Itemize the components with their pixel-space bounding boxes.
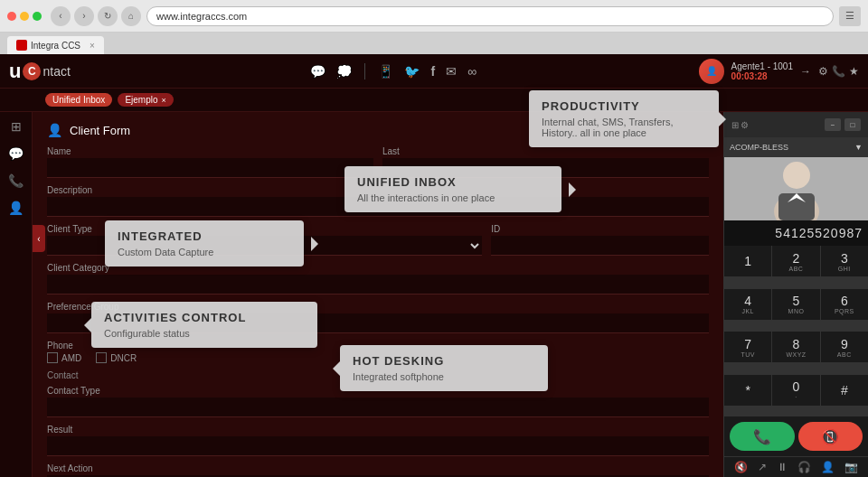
nav-separator [364, 63, 365, 80]
maximize-dot[interactable] [33, 12, 42, 21]
address-bar[interactable]: www.integraccs.com [146, 6, 834, 26]
chat-icon[interactable]: 💬 [310, 64, 326, 79]
last-label: Last [382, 146, 709, 156]
tooltip-activities: ACTIVITIES CONTROL Configurable status [91, 302, 317, 348]
mobile-icon[interactable]: 📱 [378, 64, 393, 79]
dial-key-1[interactable]: 1 [724, 246, 771, 276]
tab-close-icon[interactable]: × [162, 96, 166, 105]
tab-favicon [16, 40, 27, 51]
person-add-icon[interactable]: 👤 [821, 461, 835, 473]
forward-button[interactable]: › [74, 6, 94, 26]
dial-letters-7: TUV [741, 351, 755, 358]
hold-icon[interactable]: ⏸ [777, 461, 788, 473]
name-group: Name [47, 146, 373, 178]
dial-num-8: 8 [793, 337, 800, 351]
close-dot[interactable] [7, 12, 16, 21]
menu-button[interactable]: ☰ [839, 6, 861, 26]
dial-key-8[interactable]: 8 WXYZ [772, 332, 819, 362]
tooltip-activities-title: ACTIVITIES CONTROL [104, 311, 305, 324]
name-input[interactable] [47, 158, 373, 178]
mute-icon[interactable]: 🔇 [734, 461, 748, 473]
amd-checkbox[interactable] [47, 352, 58, 363]
dial-num-hash: # [841, 383, 848, 398]
transfer-icon[interactable]: ↗ [758, 461, 767, 473]
logo-circle: C [23, 62, 41, 80]
dial-letters-6: PQRS [835, 308, 854, 314]
dial-key-5[interactable]: 5 MNO [772, 289, 819, 320]
dial-num-7: 7 [744, 337, 751, 351]
tooltip-integrated-title: INTEGRATED [118, 229, 291, 243]
tab-close[interactable]: × [90, 41, 95, 51]
video-icon[interactable]: 📷 [844, 461, 858, 473]
refresh-button[interactable]: ↻ [98, 6, 118, 26]
dial-key-4[interactable]: 4 JKL [724, 289, 771, 320]
sidebar-phone-icon[interactable]: 📞 [8, 173, 24, 188]
twitter-icon[interactable]: 🐦 [404, 64, 420, 79]
left-sidebar: ⊞ 💬 📞 👤 [0, 112, 33, 477]
nav-icons: 💬 💭 📱 🐦 f ✉ ∞ [89, 63, 699, 80]
next-action-group: Next Action [47, 463, 709, 477]
tab-ejemplo[interactable]: Ejemplo × [118, 93, 173, 107]
minimize-dot[interactable] [20, 12, 29, 21]
dial-key-star[interactable]: * [724, 375, 771, 406]
collapse-button[interactable]: ‹ [33, 225, 45, 252]
tooltip-activities-arrow [77, 318, 91, 332]
dncr-checkbox[interactable] [96, 352, 107, 363]
settings-icon[interactable]: ⚙ [818, 65, 828, 78]
answer-button[interactable]: 📞 [730, 422, 795, 451]
tab-label: Integra CCS [31, 41, 80, 51]
dial-letters-2: ABC [789, 266, 804, 272]
dial-key-6[interactable]: 6 PQRS [821, 289, 868, 320]
star-icon[interactable]: ★ [849, 65, 859, 78]
id-label: ID [491, 224, 709, 234]
sp-settings-icon[interactable]: ⚙ [741, 120, 749, 130]
email-icon[interactable]: ✉ [446, 64, 457, 79]
browser-tab[interactable]: Integra CCS × [7, 36, 104, 54]
home-button[interactable]: ⌂ [121, 6, 141, 26]
hangup-button[interactable]: 📵 [798, 422, 863, 451]
tab-unified-inbox[interactable]: Unified Inbox [45, 93, 112, 107]
id-group: ID [491, 224, 709, 256]
arrow-icon[interactable]: → [800, 65, 811, 78]
back-button[interactable]: ‹ [51, 6, 71, 26]
logo-contact: ntact [42, 64, 70, 79]
result-input[interactable] [47, 436, 709, 456]
svg-point-1 [783, 162, 810, 189]
agent-avatar: 👤 [699, 59, 724, 84]
facebook-icon[interactable]: f [430, 64, 435, 79]
dial-key-2[interactable]: 2 ABC [772, 246, 819, 276]
amd-label: AMD [61, 353, 81, 363]
client-category-input[interactable] [47, 275, 709, 295]
dial-num-4: 4 [744, 294, 751, 308]
dial-key-0[interactable]: 0 · [772, 375, 819, 406]
sidebar-chat-icon[interactable]: 💬 [8, 146, 24, 161]
agent-dropdown-label: ACOMP-BLESS [730, 143, 788, 152]
result-label: Result [47, 425, 709, 435]
integration-icon[interactable]: ∞ [467, 64, 476, 79]
dial-key-9[interactable]: 9 ABC [821, 332, 868, 362]
dial-num-0: 0 [793, 379, 800, 394]
contact-type-input[interactable] [47, 398, 709, 417]
headset-icon[interactable]: 🎧 [797, 461, 811, 473]
tooltip-hot-desking: HOT DESKING Integrated softphone [340, 345, 548, 391]
agent-dropdown[interactable]: ACOMP-BLESS ▼ [724, 137, 868, 157]
dial-num-3: 3 [841, 251, 848, 266]
sidebar-home-icon[interactable]: ⊞ [11, 119, 22, 134]
sp-expand[interactable]: □ [844, 118, 861, 131]
dncr-item: DNCR [96, 352, 137, 363]
dial-key-7[interactable]: 7 TUV [724, 332, 771, 362]
phone-icon[interactable]: 📞 [832, 65, 845, 78]
message-icon[interactable]: 💭 [336, 64, 352, 79]
sidebar-person-icon[interactable]: 👤 [8, 201, 24, 215]
contact-photo [724, 157, 868, 220]
id-input[interactable] [491, 236, 709, 256]
tooltip-integrated: INTEGRATED Custom Data Capture [105, 220, 304, 267]
sp-minimize[interactable]: − [825, 118, 841, 131]
dial-key-hash[interactable]: # [821, 375, 868, 406]
agent-details: Agente1 - 1001 00:03:28 [731, 61, 793, 81]
extra-actions: 🔇 ↗ ⏸ 🎧 👤 📷 [724, 456, 868, 477]
nav-right: 👤 Agente1 - 1001 00:03:28 → ⚙ 📞 ★ [699, 59, 859, 84]
softphone-header: ⊞ ⚙ − □ [724, 112, 868, 137]
browser-chrome: ‹ › ↻ ⌂ www.integraccs.com ☰ [0, 0, 868, 33]
dial-key-3[interactable]: 3 GHI [821, 246, 868, 276]
